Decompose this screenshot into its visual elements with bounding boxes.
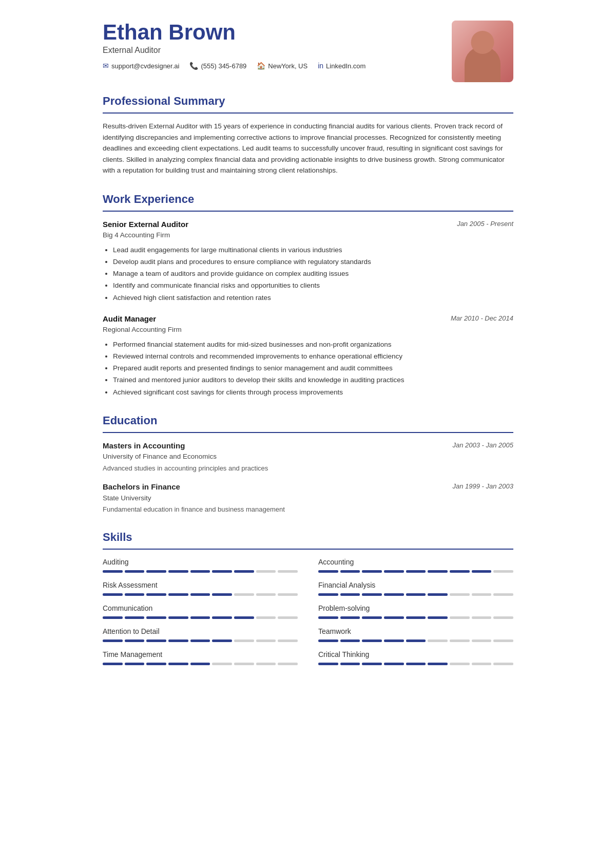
- skill-segment-8-0: [103, 663, 123, 665]
- school-0: University of Finance and Economics: [103, 452, 513, 462]
- bullet-1-0: Performed financial statement audits for…: [113, 340, 513, 350]
- skill-segment-4-0: [103, 616, 123, 619]
- summary-divider: [103, 112, 513, 114]
- bullets-1: Performed financial statement audits for…: [103, 340, 513, 398]
- skill-segment-3-2: [362, 593, 382, 596]
- skill-segment-3-6: [450, 593, 470, 596]
- job-item-0: Senior External Auditor Big 4 Accounting…: [103, 219, 513, 303]
- skill-segment-3-4: [406, 593, 426, 596]
- skill-segment-2-7: [256, 593, 276, 596]
- skill-item-2: Risk Assessment: [103, 580, 298, 596]
- skill-segment-1-6: [450, 570, 470, 573]
- skill-segment-1-4: [406, 570, 426, 573]
- skill-segment-9-6: [450, 663, 470, 665]
- skill-segment-8-3: [168, 663, 188, 665]
- skill-segment-1-0: [318, 570, 338, 573]
- skill-segment-9-1: [340, 663, 360, 665]
- skill-segment-5-7: [472, 616, 492, 619]
- education-divider: [103, 432, 513, 433]
- skill-item-3: Financial Analysis: [318, 580, 513, 596]
- education-section: Education Masters in Accounting Jan 2003…: [103, 412, 513, 515]
- bullet-0-3: Identify and communicate financial risks…: [113, 280, 513, 291]
- bullets-0: Lead audit engagements for large multina…: [103, 245, 513, 303]
- bullet-1-3: Trained and mentored junior auditors to …: [113, 375, 513, 385]
- location-value: NewYork, US: [268, 61, 307, 71]
- job-title-0: Senior External Auditor: [103, 219, 188, 231]
- skill-name-1: Accounting: [318, 557, 513, 568]
- company-0: Big 4 Accounting Firm: [103, 230, 188, 240]
- skill-bar-7: [318, 640, 513, 642]
- skill-segment-7-1: [340, 640, 360, 642]
- skill-segment-9-5: [428, 663, 448, 665]
- skill-name-6: Attention to Detail: [103, 626, 298, 637]
- skill-segment-4-1: [125, 616, 145, 619]
- photo-placeholder: [452, 21, 513, 82]
- degree-1: Bachelors in Finance: [103, 481, 180, 493]
- experience-divider: [103, 211, 513, 212]
- skill-segment-2-5: [212, 593, 232, 596]
- skill-segment-7-4: [406, 640, 426, 642]
- location-icon: 🏠: [257, 61, 265, 71]
- skill-segment-8-4: [190, 663, 210, 665]
- experience-title: Work Experience: [103, 191, 513, 208]
- skill-segment-5-2: [362, 616, 382, 619]
- phone-contact: 📞 (555) 345-6789: [189, 61, 246, 71]
- skill-bar-3: [318, 593, 513, 596]
- skill-segment-0-7: [256, 570, 276, 573]
- skill-segment-9-3: [384, 663, 404, 665]
- skill-segment-6-0: [103, 640, 123, 642]
- linkedin-value: LinkedIn.com: [326, 61, 365, 71]
- skill-segment-5-3: [384, 616, 404, 619]
- summary-title: Professional Summary: [103, 92, 513, 109]
- skill-segment-6-3: [168, 640, 188, 642]
- skill-segment-9-2: [362, 663, 382, 665]
- date-0: Jan 2005 - Present: [457, 219, 513, 229]
- skill-bar-0: [103, 570, 298, 573]
- skill-segment-3-8: [493, 593, 513, 596]
- skills-divider: [103, 549, 513, 550]
- edu-item-1: Bachelors in Finance Jan 1999 - Jan 2003…: [103, 481, 513, 514]
- skill-segment-2-0: [103, 593, 123, 596]
- skill-bar-1: [318, 570, 513, 573]
- skill-segment-9-4: [406, 663, 426, 665]
- skill-segment-5-1: [340, 616, 360, 619]
- email-icon: ✉: [103, 61, 109, 71]
- skill-segment-5-0: [318, 616, 338, 619]
- skill-segment-1-8: [493, 570, 513, 573]
- skill-segment-8-8: [278, 663, 298, 665]
- skill-segment-4-4: [190, 616, 210, 619]
- job-header-1: Audit Manager Regional Accounting Firm M…: [103, 313, 513, 335]
- location-contact: 🏠 NewYork, US: [257, 61, 307, 71]
- edu-date-0: Jan 2003 - Jan 2005: [452, 440, 513, 452]
- skill-segment-4-8: [278, 616, 298, 619]
- header-info: Ethan Brown External Auditor ✉ support@c…: [103, 21, 436, 71]
- edu-date-1: Jan 1999 - Jan 2003: [452, 481, 513, 493]
- skill-segment-8-7: [256, 663, 276, 665]
- skill-segment-4-5: [212, 616, 232, 619]
- resume-header: Ethan Brown External Auditor ✉ support@c…: [103, 21, 513, 82]
- skill-segment-2-1: [125, 593, 145, 596]
- skills-right-col: AccountingFinancial AnalysisProblem-solv…: [318, 557, 513, 672]
- skill-segment-6-6: [234, 640, 254, 642]
- skill-bar-9: [318, 663, 513, 665]
- skill-segment-0-1: [125, 570, 145, 573]
- skill-segment-3-5: [428, 593, 448, 596]
- skill-segment-8-2: [146, 663, 166, 665]
- contact-line: ✉ support@cvdesigner.ai 📞 (555) 345-6789…: [103, 61, 436, 71]
- skill-segment-0-4: [190, 570, 210, 573]
- bullet-0-4: Achieved high client satisfaction and re…: [113, 293, 513, 303]
- email-contact: ✉ support@cvdesigner.ai: [103, 61, 179, 71]
- skill-segment-2-6: [234, 593, 254, 596]
- linkedin-contact: in LinkedIn.com: [318, 61, 365, 71]
- skill-item-7: Teamwork: [318, 626, 513, 642]
- skill-item-1: Accounting: [318, 557, 513, 573]
- skill-segment-6-2: [146, 640, 166, 642]
- skill-segment-8-1: [125, 663, 145, 665]
- skill-name-8: Time Management: [103, 649, 298, 660]
- edu-item-0: Masters in Accounting Jan 2003 - Jan 200…: [103, 440, 513, 473]
- edu-desc-1: Fundamental education in finance and bus…: [103, 504, 513, 515]
- skill-bar-4: [103, 616, 298, 619]
- skills-title: Skills: [103, 529, 513, 546]
- summary-text: Results-driven External Auditor with 15 …: [103, 121, 513, 176]
- skill-segment-6-1: [125, 640, 145, 642]
